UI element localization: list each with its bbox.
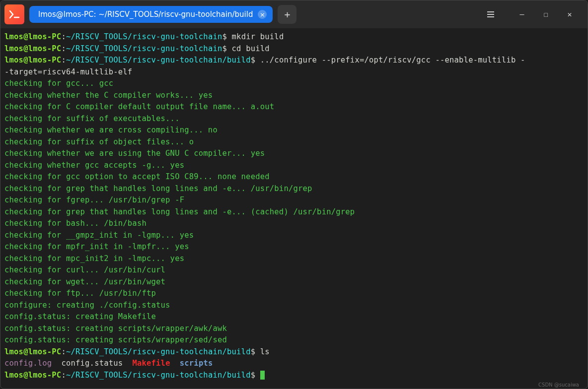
cursor <box>260 371 265 380</box>
output-line: checking for bash... /bin/bash <box>4 218 584 230</box>
output-line: checking for grep that handles long line… <box>4 183 584 195</box>
new-tab-button[interactable]: + <box>278 5 296 24</box>
prompt-path: ~/RISCV_TOOLS/riscv-gnu-toolchain <box>66 32 222 41</box>
output-line: config.status: creating scripts/wrapper/… <box>4 334 584 346</box>
window-controls: — ☐ ✕ <box>487 10 584 19</box>
output-line: checking whether we are cross compiling.… <box>4 125 584 136</box>
output-line: checking for C compiler default output f… <box>4 101 584 113</box>
prompt-user: lmos@lmos-PC <box>4 32 61 41</box>
output-line: checking for gcc... gcc <box>4 78 584 90</box>
ls-output-line: config.log config.status Makefile script… <box>4 358 584 370</box>
output-line: checking for mpc_init2 in -lmpc... yes <box>4 253 584 265</box>
maximize-icon[interactable]: ☐ <box>541 10 551 19</box>
output-line: checking whether gcc accepts -g... yes <box>4 160 584 172</box>
active-tab[interactable]: lmos@lmos-PC: ~/RISCV_TOOLS/riscv-gnu-to… <box>29 6 273 23</box>
terminal-output[interactable]: lmos@lmos-PC:~/RISCV_TOOLS/riscv-gnu-too… <box>0 28 588 384</box>
output-line: checking whether the C compiler works...… <box>4 90 584 102</box>
output-line: checking for mpfr_init in -lmpfr... yes <box>4 241 584 253</box>
output-line: config.status: creating scripts/wrapper/… <box>4 323 584 335</box>
close-icon[interactable]: ✕ <box>565 10 575 19</box>
output-line: checking for grep that handles long line… <box>4 206 584 218</box>
menu-icon[interactable] <box>487 11 494 17</box>
output-line: checking for suffix of executables... <box>4 113 584 125</box>
tab-close-icon[interactable]: × <box>258 10 267 19</box>
output-line: checking for ftp... /usr/bin/ftp <box>4 288 584 300</box>
titlebar: lmos@lmos-PC: ~/RISCV_TOOLS/riscv-gnu-to… <box>0 0 588 28</box>
output-line: checking for suffix of object files... o <box>4 136 584 148</box>
watermark: CSDN @sucaiwa <box>538 382 579 388</box>
output-line: configure: creating ./config.status <box>4 300 584 312</box>
output-line: config.status: creating Makefile <box>4 311 584 323</box>
output-line: checking for curl... /usr/bin/curl <box>4 264 584 276</box>
terminal-app-icon[interactable] <box>4 4 24 24</box>
output-line: checking for __gmpz_init in -lgmp... yes <box>4 230 584 242</box>
tab-title: lmos@lmos-PC: ~/RISCV_TOOLS/riscv-gnu-to… <box>38 10 253 19</box>
output-line: checking for wget... /usr/bin/wget <box>4 276 584 288</box>
output-line: checking for gcc option to accept ISO C8… <box>4 171 584 183</box>
command-text: mkdir build <box>227 32 284 41</box>
minimize-icon[interactable]: — <box>517 10 527 19</box>
output-line: checking for fgrep... /usr/bin/grep -F <box>4 194 584 206</box>
output-line: checking whether we are using the GNU C … <box>4 148 584 160</box>
